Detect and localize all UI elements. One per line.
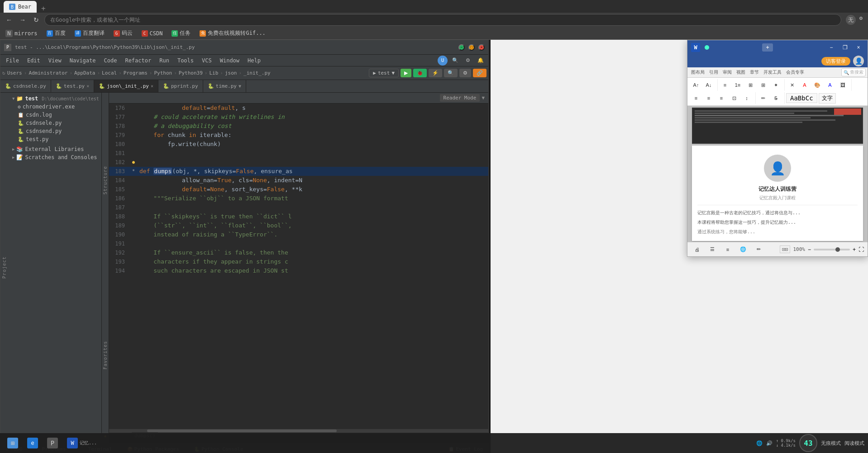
word-plus-tab[interactable]: + xyxy=(762,43,773,52)
align-left-btn[interactable]: ≡ xyxy=(690,92,702,104)
refresh-button[interactable]: ↻ xyxy=(31,14,42,25)
reading-mode-tray[interactable]: 阅读模式 xyxy=(844,440,864,447)
menu-refactor[interactable]: Refactor xyxy=(121,57,155,65)
ribbon-tab-dev[interactable]: 开发工具 xyxy=(762,68,783,76)
settings-ide-button[interactable]: ⚙ xyxy=(459,69,471,77)
ide-search-button[interactable]: 🔍 xyxy=(449,57,461,64)
strikethrough-btn[interactable]: S̶ xyxy=(770,92,782,104)
tab-test[interactable]: 🐍 test.py × xyxy=(51,80,94,92)
code-editor[interactable]: Reader Mode ▼ 176 default=default, s 177 xyxy=(109,93,488,443)
tray-volume[interactable]: 🔊 xyxy=(766,440,773,446)
forward-button[interactable]: → xyxy=(17,14,28,25)
address-bar[interactable]: 在Google中搜索，或者输入一个网址 xyxy=(44,14,841,26)
menu-tools[interactable]: Tools xyxy=(174,57,197,65)
taskbar-word[interactable]: W 记忆... xyxy=(63,436,100,450)
horizontal-scrollbar[interactable] xyxy=(109,429,488,433)
menu-navigate[interactable]: Navigate xyxy=(66,57,100,65)
breadcrumb-local[interactable]: Local xyxy=(102,70,117,76)
breadcrumb-json[interactable]: json xyxy=(225,70,237,76)
breadcrumb-administrator[interactable]: Administrator xyxy=(29,70,67,76)
align-justify-btn[interactable]: ⊡ xyxy=(728,92,740,104)
statusbar-list-icon[interactable]: ☰ xyxy=(706,244,718,255)
ribbon-tab-chapter[interactable]: 章节 xyxy=(748,68,761,76)
breadcrumb-init[interactable]: _init_.py xyxy=(243,70,271,76)
list-number-btn[interactable]: 1≡ xyxy=(732,79,744,91)
two-page-view[interactable]: ⊡⊡ xyxy=(780,245,790,253)
style-sample[interactable]: AaBbCc xyxy=(786,93,817,103)
menu-run[interactable]: Run xyxy=(156,57,173,65)
user-avatar-word[interactable]: 👤 xyxy=(853,56,864,66)
ribbon-tab-layout[interactable]: 图布局 xyxy=(689,68,706,76)
font-size-decrease-btn[interactable]: A↓ xyxy=(703,79,715,91)
list-bullet-btn[interactable]: ≡ xyxy=(719,79,731,91)
coverage-button[interactable]: ⚡ xyxy=(429,69,442,77)
breadcrumb-lib[interactable]: Lib xyxy=(209,70,218,76)
tree-scratches[interactable]: ▶ 📝 Scratches and Consoles xyxy=(10,153,107,161)
tree-csdnsend[interactable]: 🐍 csdnsend.py xyxy=(16,127,107,135)
tab-time[interactable]: 🐍 time.py ▼ xyxy=(203,80,246,92)
fullscreen-button[interactable]: ⛶ xyxy=(858,246,864,253)
font-color-btn[interactable]: A xyxy=(824,79,836,91)
statusbar-layout-icon[interactable]: 🖨 xyxy=(691,244,703,255)
word-search-box[interactable]: 🔍 查搜索 xyxy=(841,68,866,76)
bg-color-btn[interactable]: 🎨 xyxy=(811,79,823,91)
ribbon-tab-ref[interactable]: 引用 xyxy=(707,68,720,76)
edit-btn[interactable]: ✏ xyxy=(757,92,769,104)
clock[interactable]: 无痕模式 xyxy=(821,440,841,447)
tab-test-close[interactable]: × xyxy=(86,84,89,89)
ribbon-tab-review[interactable]: 审阅 xyxy=(721,68,734,76)
breadcrumb-python39[interactable]: Python39 xyxy=(179,70,203,76)
align-center-btn[interactable]: ≡ xyxy=(703,92,715,104)
extra-button[interactable]: 🔗 xyxy=(473,69,486,77)
ide-settings-button[interactable]: ⚙ xyxy=(463,57,473,64)
align-right-btn[interactable]: ≡ xyxy=(715,92,727,104)
tree-csdnsele[interactable]: 🐍 csdnsele.py xyxy=(16,119,107,127)
word-restore-button[interactable]: ❐ xyxy=(839,42,850,53)
indent-btn[interactable]: ⊞ xyxy=(744,79,756,91)
bookmark-gif[interactable]: 免 免费在线视频转Gif... xyxy=(198,28,267,38)
statusbar-web-icon[interactable]: 🌐 xyxy=(737,244,749,255)
new-tab-button[interactable]: + xyxy=(38,4,48,13)
ribbon-tab-member[interactable]: 会员专享 xyxy=(784,68,806,76)
tab-pprint[interactable]: 🐍 pprint.py xyxy=(158,80,203,92)
login-button[interactable]: 访客登录 xyxy=(821,57,850,66)
tree-csdn-log[interactable]: 📋 csdn.log xyxy=(16,111,107,119)
ide-minimize-button[interactable]: − xyxy=(458,44,465,51)
statusbar-columns-icon[interactable]: ≡ xyxy=(722,244,734,255)
run-config-select[interactable]: ▶ test ▼ xyxy=(369,69,399,77)
browser-tab-active[interactable]: B Bear xyxy=(4,1,37,13)
debug-button[interactable]: 🐞 xyxy=(413,69,427,77)
cn-style[interactable]: 文字 xyxy=(819,93,836,104)
bookmark-translate[interactable]: 译 百度翻译 xyxy=(73,28,106,38)
close-format-btn[interactable]: ✕ xyxy=(786,79,798,91)
word-close-button[interactable]: × xyxy=(853,42,864,53)
highlight-btn[interactable]: A xyxy=(799,79,811,91)
bookmark-n[interactable]: N mirrors xyxy=(4,29,39,38)
settings-icon[interactable]: ⚙ xyxy=(858,15,864,25)
ribbon-tab-view[interactable]: 视图 xyxy=(734,68,747,76)
tab-csdnsele[interactable]: 🐍 csdnsele.py xyxy=(0,80,51,92)
bookmark-gitee[interactable]: G 码云 xyxy=(112,28,134,38)
table-btn[interactable]: ⊞ xyxy=(757,79,769,91)
zoom-in-button[interactable]: + xyxy=(853,246,856,253)
tab-json-close[interactable]: × xyxy=(151,84,153,89)
word-content-area[interactable]: 👤 记忆达人训练营 记忆宫殿入门课程 记忆宫殿是一种古老的记忆技巧，通过将信息与… xyxy=(687,106,868,242)
bookmark-tasks[interactable]: 任 任务 xyxy=(170,28,192,38)
back-button[interactable]: ← xyxy=(4,14,14,25)
ide-notifications-button[interactable]: 🔔 xyxy=(475,57,486,64)
breadcrumb-users[interactable]: Users xyxy=(7,70,22,76)
bookmark-baidu[interactable]: 百 百度 xyxy=(45,28,67,38)
taskbar-ide[interactable]: P xyxy=(43,436,62,450)
tree-external-libs[interactable]: ▶ 📚 External Libraries xyxy=(10,145,107,153)
image-btn[interactable]: 🖼 xyxy=(837,79,849,91)
special-format-btn[interactable]: ✦ xyxy=(770,79,782,91)
breadcrumb-appdata[interactable]: AppData xyxy=(74,70,95,76)
breadcrumb-python[interactable]: Python xyxy=(154,70,172,76)
font-size-increase-btn[interactable]: A↑ xyxy=(690,79,702,91)
ide-user-avatar[interactable]: U xyxy=(438,56,448,66)
menu-view[interactable]: View xyxy=(45,57,65,65)
run-button[interactable]: ▶ xyxy=(401,69,411,77)
ide-maximize-button[interactable]: □ xyxy=(468,44,475,51)
menu-edit[interactable]: Edit xyxy=(24,57,44,65)
zoom-slider[interactable] xyxy=(814,249,850,250)
